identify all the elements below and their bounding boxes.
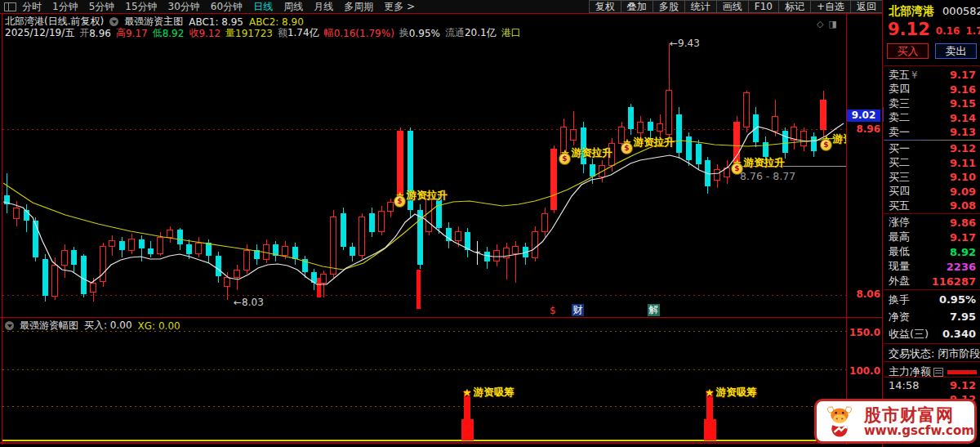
bid-level-row[interactable]: 买四9.09 [884, 185, 980, 199]
info-field: 9.12 [198, 28, 220, 39]
bid-level-row[interactable]: 买三9.10 [884, 170, 980, 185]
stat-row: 换手0.95% [884, 291, 980, 308]
sidebar-divider [884, 65, 980, 66]
bull-icon [821, 403, 858, 440]
price-axis-badge: 9.02 [847, 110, 880, 122]
trading-app-window: 分时1分钟5分钟15分钟30分钟60分钟日线周线月线多周期更多 > 复权叠加多股… [0, 0, 980, 447]
stats-section-2: 换手0.95%净资7.95收益(三)0.340 [884, 291, 980, 342]
indicator-axis-label: 100.0 [849, 365, 880, 377]
main-net-bar [947, 370, 977, 374]
stat-row: 净资7.95 [884, 308, 980, 325]
info-field: 1.74亿 [287, 26, 319, 40]
trading-status: 交易状态: 闭市阶段 [889, 346, 980, 361]
order-buttons: 买入 卖出 [887, 43, 977, 59]
price-row: 9.12 0.16 1.79% [888, 21, 980, 38]
info-field: 换 [399, 26, 409, 40]
buy-button[interactable]: 买入 [887, 43, 929, 59]
pane-control-icons[interactable]: ◇◨ [817, 19, 842, 29]
list-icon [933, 368, 943, 377]
price-axis-label: 8.06 [856, 288, 880, 300]
info-field: 幅 [324, 26, 334, 40]
logo-site-name: 股市财富网 [864, 406, 974, 424]
last-price: 9.12 [888, 21, 930, 38]
ohlc-info-bar: 2025/12/19/五开8.96高9.17低8.92收9.12量191723额… [5, 26, 521, 40]
price-change: 0.16 [936, 25, 960, 38]
subchart-header: 最强游资幅图 买入: 0.00 XG: 0.00 [5, 319, 180, 333]
subchart-xg-value: XG: 0.00 [138, 320, 180, 332]
candles [4, 43, 826, 302]
ask-level-row[interactable]: 卖四9.16 [884, 83, 980, 97]
info-field: 流通 [445, 26, 465, 40]
indicator-axis-label: 150.0 [849, 327, 880, 338]
diamond-icon[interactable]: ◇ [817, 19, 828, 29]
info-field: 9.17 [126, 28, 148, 39]
info-field: 低 [153, 26, 163, 40]
info-field: 2025/12/19/五 [5, 26, 74, 40]
sidebar-divider [884, 377, 980, 378]
logo-url: www.gscfw.com [864, 424, 974, 437]
stat-row: 收益(三)0.340 [884, 325, 980, 342]
ask-level-row[interactable]: 卖二9.14 [884, 111, 980, 126]
stat-row: 最低8.92 [884, 244, 980, 259]
info-field: 191723 [235, 28, 273, 39]
info-field: 20.1亿 [465, 26, 497, 40]
price-axis-label: 8.96 [856, 123, 880, 135]
sidebar-divider [884, 361, 980, 362]
sidebar-divider [884, 213, 980, 214]
subchart-indicator-name: 最强游资幅图 [20, 319, 78, 333]
ask-levels: 卖五¥9.17卖四9.16卖三9.15卖二9.14卖一9.13 [884, 68, 980, 140]
ask-level-row[interactable]: 卖五¥9.17 [884, 68, 980, 83]
stock-name-row[interactable]: 北部湾港 000582 [889, 2, 980, 19]
stat-row: 涨停9.86 [884, 215, 980, 230]
info-field: 高 [116, 26, 126, 40]
stat-row: 现量2236 [884, 259, 980, 274]
stat-row: 外盘116287 [884, 274, 980, 288]
quote-sidebar: 北部湾港 000582 9.12 0.16 1.79% 买入 卖出 卖五¥9.1… [884, 0, 980, 447]
stock-code: 000582 [942, 5, 980, 17]
info-field: 0.16(1.79%) [334, 28, 394, 39]
yen-icon: ¥ [911, 69, 918, 81]
watermark-logo: 股市财富网 www.gscfw.com [814, 399, 977, 444]
tick-row: 14:589.12 [884, 378, 980, 392]
subchart-buy-value: 买入: 0.00 [84, 319, 132, 333]
ask-level-row[interactable]: 卖一9.13 [884, 125, 980, 140]
info-field: 8.92 [163, 28, 185, 39]
sidebar-divider [884, 289, 980, 290]
info-field: 额 [278, 26, 287, 40]
bid-level-row[interactable]: 买二9.11 [884, 156, 980, 171]
stock-name: 北部湾港 [889, 4, 934, 17]
info-field: 量 [225, 26, 235, 40]
price-change-pct: 1.79% [965, 25, 980, 38]
info-field: 8.96 [89, 28, 111, 39]
stat-row: 最高9.17 [884, 230, 980, 244]
info-field: 0.95% [409, 28, 440, 39]
stats-section: 涨停9.86最高9.17最低8.92现量2236外盘116287 [884, 215, 980, 288]
sell-button[interactable]: 卖出 [935, 43, 977, 59]
info-field: 开 [79, 26, 89, 40]
bid-level-row[interactable]: 买五9.08 [884, 199, 980, 213]
collapse-icon[interactable] [5, 321, 14, 330]
collapse-icon[interactable] [109, 17, 118, 26]
bid-level-row[interactable]: 买一9.12 [884, 141, 980, 156]
info-field: 收 [189, 26, 198, 40]
border-sidebar [882, 0, 883, 447]
ask-level-row[interactable]: 卖三9.15 [884, 96, 980, 111]
bid-levels: 买一9.12买二9.11买三9.10买四9.09买五9.08 [884, 141, 980, 213]
price-axis: 9.02 8.968.06150.0100.0 [847, 0, 882, 447]
sidebar-divider [884, 343, 980, 344]
info-field: 港口 [501, 26, 521, 40]
split-pane-icon[interactable]: ◨ [828, 19, 841, 29]
main-chart-canvas[interactable] [0, 0, 846, 447]
